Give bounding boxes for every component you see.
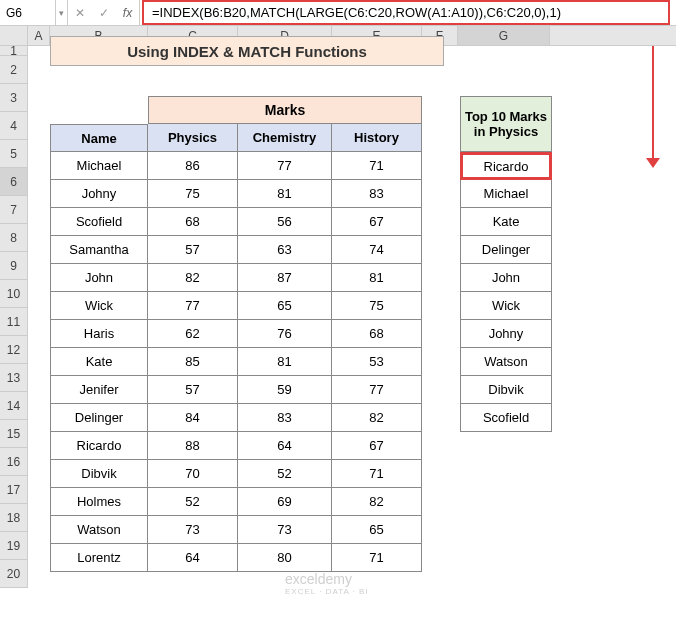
cell-history[interactable]: 81 bbox=[332, 264, 422, 292]
cell-physics[interactable]: 82 bbox=[148, 264, 238, 292]
cell-history[interactable]: 67 bbox=[332, 432, 422, 460]
cell-name[interactable]: Watson bbox=[50, 516, 148, 544]
table-row[interactable]: Delinger848382 bbox=[50, 404, 422, 432]
col-header-A[interactable]: A bbox=[28, 26, 50, 45]
cell-history[interactable]: 74 bbox=[332, 236, 422, 264]
top10-cell[interactable]: Delinger bbox=[460, 236, 552, 264]
cell-name[interactable]: Scofield bbox=[50, 208, 148, 236]
top10-cell[interactable]: John bbox=[460, 264, 552, 292]
table-row[interactable]: Dibvik705271 bbox=[50, 460, 422, 488]
row-header-1[interactable]: 1 bbox=[0, 46, 28, 56]
cell-history[interactable]: 77 bbox=[332, 376, 422, 404]
confirm-icon[interactable]: ✓ bbox=[92, 0, 116, 25]
cell-history[interactable]: 82 bbox=[332, 404, 422, 432]
cell-chemistry[interactable]: 76 bbox=[238, 320, 332, 348]
cell-chemistry[interactable]: 81 bbox=[238, 180, 332, 208]
cell-chemistry[interactable]: 59 bbox=[238, 376, 332, 404]
table-row[interactable]: Jenifer575977 bbox=[50, 376, 422, 404]
cell-physics[interactable]: 62 bbox=[148, 320, 238, 348]
table-row[interactable]: Ricardo886467 bbox=[50, 432, 422, 460]
table-row[interactable]: Scofield685667 bbox=[50, 208, 422, 236]
cell-name[interactable]: Delinger bbox=[50, 404, 148, 432]
cell-physics[interactable]: 77 bbox=[148, 292, 238, 320]
cell-name[interactable]: Lorentz bbox=[50, 544, 148, 572]
select-all-corner[interactable] bbox=[0, 26, 28, 45]
cell-physics[interactable]: 86 bbox=[148, 152, 238, 180]
row-header-5[interactable]: 5 bbox=[0, 140, 28, 168]
cell-name[interactable]: Wick bbox=[50, 292, 148, 320]
row-header-12[interactable]: 12 bbox=[0, 336, 28, 364]
cell-chemistry[interactable]: 73 bbox=[238, 516, 332, 544]
cell-history[interactable]: 71 bbox=[332, 460, 422, 488]
row-header-20[interactable]: 20 bbox=[0, 560, 28, 588]
table-row[interactable]: Wick776575 bbox=[50, 292, 422, 320]
cell-physics[interactable]: 84 bbox=[148, 404, 238, 432]
row-header-4[interactable]: 4 bbox=[0, 112, 28, 140]
cell-history[interactable]: 83 bbox=[332, 180, 422, 208]
cell-physics[interactable]: 70 bbox=[148, 460, 238, 488]
cell-name[interactable]: Samantha bbox=[50, 236, 148, 264]
row-header-15[interactable]: 15 bbox=[0, 420, 28, 448]
cell-name[interactable]: Jenifer bbox=[50, 376, 148, 404]
cell-physics[interactable]: 73 bbox=[148, 516, 238, 544]
cell-chemistry[interactable]: 63 bbox=[238, 236, 332, 264]
cell-name[interactable]: Michael bbox=[50, 152, 148, 180]
top10-cell[interactable]: Michael bbox=[460, 180, 552, 208]
cell-history[interactable]: 65 bbox=[332, 516, 422, 544]
row-header-8[interactable]: 8 bbox=[0, 224, 28, 252]
cell-history[interactable]: 71 bbox=[332, 544, 422, 572]
cell-history[interactable]: 71 bbox=[332, 152, 422, 180]
cell-chemistry[interactable]: 87 bbox=[238, 264, 332, 292]
cell-chemistry[interactable]: 83 bbox=[238, 404, 332, 432]
cell-name[interactable]: Ricardo bbox=[50, 432, 148, 460]
table-row[interactable]: Holmes526982 bbox=[50, 488, 422, 516]
row-header-2[interactable]: 2 bbox=[0, 56, 28, 84]
row-header-10[interactable]: 10 bbox=[0, 280, 28, 308]
cell-chemistry[interactable]: 52 bbox=[238, 460, 332, 488]
top10-cell[interactable]: Dibvik bbox=[460, 376, 552, 404]
cell-chemistry[interactable]: 77 bbox=[238, 152, 332, 180]
cell-name[interactable]: Haris bbox=[50, 320, 148, 348]
active-cell[interactable]: Ricardo bbox=[460, 152, 552, 180]
cell-physics[interactable]: 64 bbox=[148, 544, 238, 572]
cell-history[interactable]: 75 bbox=[332, 292, 422, 320]
formula-input[interactable]: =INDEX(B6:B20,MATCH(LARGE(C6:C20,ROW(A1:… bbox=[142, 0, 670, 25]
cell-chemistry[interactable]: 56 bbox=[238, 208, 332, 236]
cell-name[interactable]: John bbox=[50, 264, 148, 292]
cell-physics[interactable]: 52 bbox=[148, 488, 238, 516]
cell-physics[interactable]: 57 bbox=[148, 376, 238, 404]
cell-physics[interactable]: 57 bbox=[148, 236, 238, 264]
row-header-19[interactable]: 19 bbox=[0, 532, 28, 560]
row-header-16[interactable]: 16 bbox=[0, 448, 28, 476]
cell-chemistry[interactable]: 81 bbox=[238, 348, 332, 376]
cell-name[interactable]: Kate bbox=[50, 348, 148, 376]
cell-physics[interactable]: 88 bbox=[148, 432, 238, 460]
cell-history[interactable]: 82 bbox=[332, 488, 422, 516]
cell-name[interactable]: Holmes bbox=[50, 488, 148, 516]
fx-icon[interactable]: fx bbox=[116, 0, 140, 25]
table-row[interactable]: Watson737365 bbox=[50, 516, 422, 544]
row-header-17[interactable]: 17 bbox=[0, 476, 28, 504]
cell-chemistry[interactable]: 64 bbox=[238, 432, 332, 460]
cell-name[interactable]: Dibvik bbox=[50, 460, 148, 488]
row-header-7[interactable]: 7 bbox=[0, 196, 28, 224]
row-header-14[interactable]: 14 bbox=[0, 392, 28, 420]
top10-cell[interactable]: Watson bbox=[460, 348, 552, 376]
cell-physics[interactable]: 68 bbox=[148, 208, 238, 236]
table-row[interactable]: Haris627668 bbox=[50, 320, 422, 348]
col-header-G[interactable]: G bbox=[458, 26, 550, 45]
cell-chemistry[interactable]: 65 bbox=[238, 292, 332, 320]
table-row[interactable]: Johny758183 bbox=[50, 180, 422, 208]
cell-chemistry[interactable]: 69 bbox=[238, 488, 332, 516]
cell-name[interactable]: Johny bbox=[50, 180, 148, 208]
table-row[interactable]: Lorentz648071 bbox=[50, 544, 422, 572]
row-header-9[interactable]: 9 bbox=[0, 252, 28, 280]
table-row[interactable]: John828781 bbox=[50, 264, 422, 292]
row-header-18[interactable]: 18 bbox=[0, 504, 28, 532]
cell-history[interactable]: 68 bbox=[332, 320, 422, 348]
row-header-11[interactable]: 11 bbox=[0, 308, 28, 336]
row-header-3[interactable]: 3 bbox=[0, 84, 28, 112]
name-box[interactable]: G6 bbox=[0, 0, 56, 25]
cell-history[interactable]: 53 bbox=[332, 348, 422, 376]
top10-cell[interactable]: Scofield bbox=[460, 404, 552, 432]
